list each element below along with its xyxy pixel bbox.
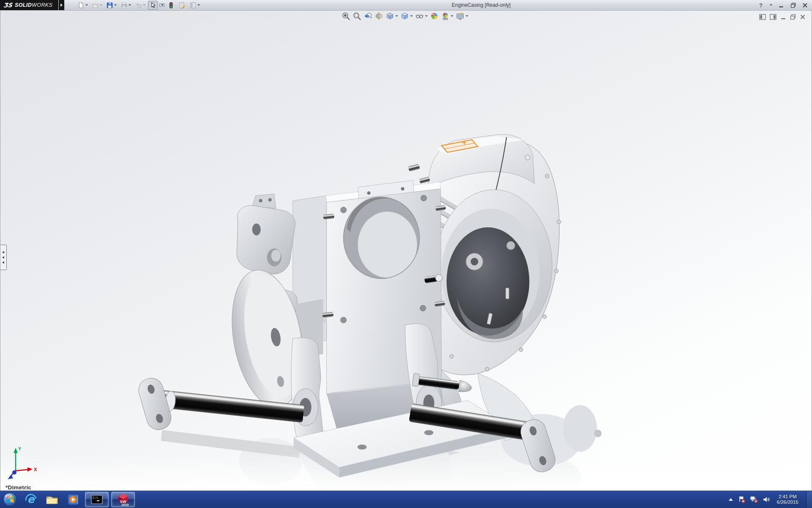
new-document-button[interactable]: [76, 1, 89, 10]
edit-appearance-sphere-icon: [430, 12, 439, 20]
document-restore-button[interactable]: [790, 14, 796, 20]
sw-year-text: 2015: [121, 503, 129, 506]
cmd-prompt-text: C:\: [93, 496, 98, 500]
print-icon: [121, 2, 128, 9]
apply-scene-button[interactable]: [441, 11, 454, 21]
title-bar: ƷS SOLIDWORKS: [0, 0, 812, 11]
system-tray: 2:41 PM 6/26/2015: [728, 491, 812, 508]
zoom-to-fit-icon: [342, 12, 350, 20]
document-close-button[interactable]: [800, 14, 806, 20]
options-dropdown-caret[interactable]: [198, 4, 200, 6]
view-settings-button[interactable]: [455, 11, 469, 21]
tray-clock[interactable]: 2:41 PM 6/26/2015: [777, 494, 798, 505]
display-style-button[interactable]: [400, 11, 413, 21]
collapse-arrow-icon: [2, 261, 4, 264]
engine-casing-3d-model[interactable]: [0, 10, 812, 491]
view-settings-caret[interactable]: [466, 15, 468, 17]
file-properties-button[interactable]: [177, 1, 187, 10]
taskbar-item-command-prompt[interactable]: C:\: [85, 492, 109, 507]
view-orientation-label: *Dimetric: [5, 484, 31, 491]
tile-left-pane-icon[interactable]: [759, 14, 766, 20]
close-button[interactable]: [802, 3, 808, 8]
tile-right-pane-icon[interactable]: [770, 14, 776, 20]
window-controls: ?: [759, 0, 808, 10]
select-dropdown-button[interactable]: [159, 3, 165, 7]
document-minimize-button[interactable]: [780, 14, 786, 20]
triad-y-label: Y: [18, 446, 22, 451]
section-view-button[interactable]: [374, 11, 384, 21]
apply-scene-caret[interactable]: [451, 15, 453, 17]
restore-button[interactable]: [790, 3, 796, 8]
show-desktop-button[interactable]: [806, 491, 812, 508]
save-button[interactable]: [105, 1, 118, 10]
zoom-to-fit-button[interactable]: [341, 11, 351, 21]
edit-appearance-button[interactable]: [430, 11, 439, 21]
main-toolbar: [76, 1, 201, 10]
open-dropdown-caret[interactable]: [100, 4, 102, 6]
select-cursor-icon: [149, 2, 156, 9]
hide-show-items-button[interactable]: [415, 11, 428, 21]
display-style-caret[interactable]: [410, 15, 413, 17]
feature-panel-collapsed-tab[interactable]: [0, 245, 7, 270]
windows-taskbar: e C:\: [0, 491, 812, 508]
menu-expand-icon: [60, 3, 63, 7]
open-button[interactable]: [91, 1, 104, 10]
new-document-icon: [77, 2, 85, 9]
previous-view-button[interactable]: [363, 11, 373, 21]
media-player-icon: [67, 493, 80, 506]
casing-rim-and-cavity[interactable]: [436, 190, 552, 342]
document-window-controls: [759, 14, 806, 20]
tray-time: 2:41 PM: [777, 494, 798, 500]
collapse-arrow-icon: [2, 251, 4, 254]
section-view-icon: [375, 12, 383, 20]
heads-up-view-toolbar: [341, 11, 469, 21]
view-settings-monitor-icon: [456, 12, 464, 20]
help-dropdown-caret[interactable]: [770, 4, 772, 6]
zoom-to-area-icon: [353, 12, 361, 20]
minimize-button[interactable]: [779, 3, 784, 8]
help-button[interactable]: ?: [759, 2, 763, 8]
select-dropdown-caret: [161, 4, 164, 6]
select-tool-button[interactable]: [148, 1, 158, 10]
zoom-to-area-button[interactable]: [352, 11, 362, 21]
action-center-flag-icon[interactable]: [738, 496, 746, 503]
volume-icon[interactable]: [763, 496, 770, 503]
file-properties-icon: [178, 2, 186, 9]
folder-icon: [46, 494, 58, 505]
taskbar-item-solidworks-2015[interactable]: SW 2015: [111, 492, 135, 507]
view-orientation-caret[interactable]: [395, 15, 398, 17]
start-button[interactable]: [0, 491, 20, 508]
window-title: EngineCasing [Read-only]: [452, 2, 510, 8]
taskbar-item-media-player[interactable]: [63, 491, 84, 508]
print-dropdown-caret[interactable]: [129, 4, 131, 6]
triad-x-label: X: [34, 467, 37, 472]
orientation-triad: Y X: [4, 444, 42, 487]
taskbar-item-internet-explorer[interactable]: e: [20, 491, 41, 508]
hide-show-items-caret[interactable]: [425, 15, 428, 17]
network-status-icon[interactable]: [750, 496, 758, 503]
rebuild-traffic-light-icon: [167, 2, 175, 9]
options-button[interactable]: [188, 1, 201, 10]
save-dropdown-caret[interactable]: [114, 4, 117, 6]
menu-expand-tab[interactable]: [59, 0, 64, 10]
hide-show-items-glasses-icon: [415, 12, 424, 20]
solidworks-2015-icon: SW 2015: [117, 493, 129, 506]
taskbar-item-windows-explorer[interactable]: [41, 491, 63, 508]
apply-scene-icon: [441, 12, 450, 20]
rebuild-button[interactable]: [166, 1, 176, 10]
internet-explorer-icon: e: [25, 493, 37, 506]
options-checklist-icon: [189, 2, 197, 9]
command-prompt-icon: C:\: [91, 494, 103, 505]
new-dropdown-caret[interactable]: [85, 4, 88, 6]
tray-date: 6/26/2015: [777, 500, 798, 505]
windows-start-orb-icon: [3, 492, 18, 507]
undo-button[interactable]: [134, 1, 147, 10]
show-hidden-icons-button[interactable]: [728, 497, 734, 502]
viewport[interactable]: Y X *Dimetric: [0, 10, 812, 491]
undo-icon: [135, 2, 142, 9]
solidworks-logo: ƷS SOLIDWORKS: [0, 0, 58, 10]
print-button[interactable]: [119, 1, 132, 10]
view-orientation-button[interactable]: [385, 11, 398, 21]
save-floppy-icon: [106, 2, 113, 9]
undo-dropdown-caret[interactable]: [143, 4, 145, 6]
